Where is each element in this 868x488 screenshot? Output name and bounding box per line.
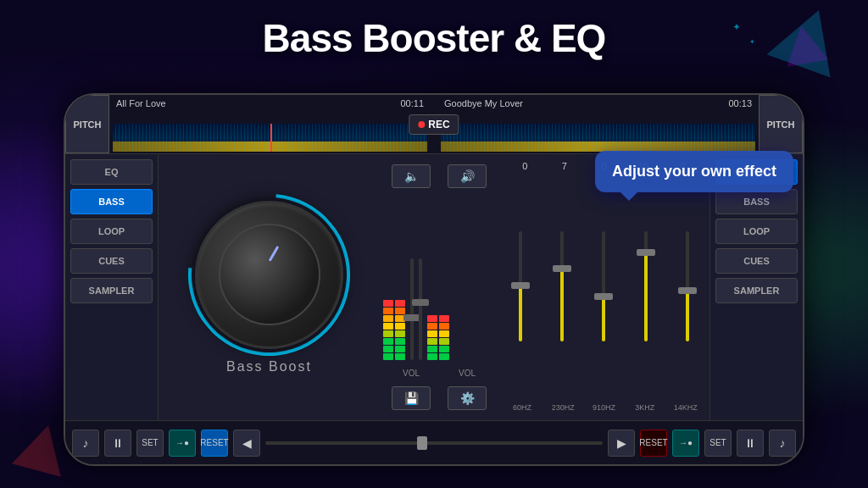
left-waveform-visual — [113, 124, 427, 152]
right-btn-cues[interactable]: CUES — [715, 248, 798, 274]
knob-container[interactable] — [195, 201, 343, 349]
eq-handle-60hz[interactable] — [511, 282, 530, 289]
eq-track-60hz — [519, 231, 522, 341]
vu-area: 🔈 🔊 — [380, 154, 498, 420]
vol-down-btn[interactable]: 🔈 — [392, 164, 431, 188]
vol-fader-right[interactable] — [419, 258, 422, 360]
waveform-right: Goodbye My Lover 00:13 — [437, 95, 759, 153]
transport-prev[interactable]: ◀ — [233, 430, 260, 457]
progress-handle[interactable] — [417, 436, 427, 450]
transport-arrow-rec-right[interactable]: →● — [672, 430, 699, 457]
vu-seg — [439, 323, 449, 330]
eq-val-1: 0 — [512, 161, 537, 171]
vu-seg — [395, 300, 405, 307]
left-panel: EQ BASS LOOP CUES SAMPLER — [65, 154, 159, 420]
vu-seg — [383, 323, 393, 330]
eq-track-3khz — [644, 231, 648, 341]
eq-handle-230hz[interactable] — [553, 265, 571, 272]
eq-slider-14khz[interactable] — [686, 231, 689, 341]
eq-slider-910hz[interactable] — [602, 231, 605, 341]
transport-arrow-rec-left[interactable]: →● — [169, 430, 196, 457]
knob-outer[interactable] — [195, 201, 343, 349]
left-btn-sampler[interactable]: SAMPLER — [70, 278, 153, 303]
rec-dot — [418, 121, 425, 128]
vol-label-right: VOL — [459, 369, 476, 378]
fader-track-right — [419, 258, 422, 360]
tooltip-bubble: Adjust your own effect — [595, 151, 793, 192]
vu-seg — [383, 346, 393, 352]
vu-seg — [427, 338, 437, 345]
knob-indicator — [268, 246, 279, 262]
transport-pause-right[interactable]: ⏸ — [737, 430, 764, 457]
right-btn-sampler[interactable]: SAMPLER — [715, 278, 798, 303]
eq-slider-3khz[interactable] — [644, 231, 648, 341]
eq-handle-14khz[interactable] — [678, 287, 697, 294]
left-btn-cues[interactable]: CUES — [70, 248, 153, 274]
vu-seg — [439, 330, 449, 337]
vu-seg — [395, 323, 405, 330]
vu-seg — [427, 323, 437, 330]
eq-fill-14khz — [686, 292, 689, 342]
knob-label: Bass Boost — [226, 359, 312, 374]
transport-next[interactable]: ▶ — [608, 430, 635, 457]
vol-fader-left[interactable] — [410, 258, 414, 360]
vu-icons: 🔈 🔊 — [383, 161, 495, 191]
right-track-time: 00:13 — [728, 98, 752, 108]
eq-fill-230hz — [560, 270, 564, 342]
vu-seg — [439, 353, 449, 360]
page-title: Bass Booster & EQ — [0, 15, 868, 61]
eq-track-14khz — [686, 231, 689, 341]
eq-handle-910hz[interactable] — [594, 293, 613, 300]
right-btn-loop[interactable]: LOOP — [715, 219, 798, 244]
eq-labels: 60HZ 230HZ 910HZ 3KHZ 14KHZ — [502, 402, 706, 413]
left-btn-loop[interactable]: LOOP — [70, 219, 153, 244]
fader-handle-left[interactable] — [403, 314, 420, 321]
main-content: EQ BASS LOOP CUES SAMPLER Bass Boost — [65, 154, 803, 420]
vu-bottom-icons: 💾 ⚙️ — [383, 383, 495, 413]
progress-track[interactable] — [265, 441, 603, 445]
eq-label-910hz: 910HZ — [587, 403, 620, 412]
right-panel: EQ BASS LOOP CUES SAMPLER — [709, 154, 803, 420]
eq-label-60hz: 60HZ — [505, 403, 539, 412]
right-btn-bass[interactable]: BASS — [715, 189, 798, 214]
vu-seg — [395, 346, 405, 352]
left-btn-bass[interactable]: BASS — [70, 189, 153, 214]
vu-seg — [383, 315, 393, 322]
phone-frame: PITCH All For Love 00:11 REC — [64, 93, 804, 466]
eq-slider-230hz[interactable] — [560, 231, 564, 341]
eq-slider-60hz[interactable] — [519, 231, 522, 341]
transport-music-left[interactable]: ♪ — [72, 430, 99, 457]
vu-seg — [383, 300, 393, 307]
vu-seg — [395, 308, 405, 314]
eq-fill-60hz — [519, 286, 522, 341]
left-btn-eq[interactable]: EQ — [70, 159, 153, 185]
eq-sliders — [502, 171, 706, 402]
transport-music-right[interactable]: ♪ — [769, 430, 796, 457]
eq-label-14khz: 14KHZ — [669, 403, 703, 412]
vu-seg — [439, 338, 449, 345]
fader-handle-right[interactable] — [412, 299, 429, 306]
transport-reset-left[interactable]: RESET — [201, 430, 228, 457]
rec-button[interactable]: REC — [409, 114, 459, 135]
settings-icon-btn[interactable]: ⚙️ — [448, 386, 487, 410]
vu-seg — [383, 330, 393, 337]
vu-seg — [395, 338, 405, 345]
transport-pause-left[interactable]: ⏸ — [104, 430, 131, 457]
transport-reset-right[interactable]: RESET — [640, 430, 667, 457]
eq-label-3khz: 3KHZ — [628, 403, 662, 412]
left-track-time: 00:11 — [400, 98, 424, 108]
vu-seg — [395, 330, 405, 337]
knob-area: Bass Boost — [159, 154, 380, 420]
vu-seg — [427, 353, 437, 360]
transport-bar: ♪ ⏸ SET →● RESET ◀ ▶ RESET →● SET ⏸ ♪ — [65, 420, 803, 464]
transport-set-left[interactable]: SET — [136, 430, 164, 457]
eq-handle-3khz[interactable] — [637, 249, 655, 256]
vol-up-btn[interactable]: 🔊 — [448, 164, 487, 188]
pitch-btn-right[interactable]: PITCH — [759, 95, 803, 153]
save-icon-btn[interactable]: 💾 — [392, 386, 431, 410]
pitch-btn-left[interactable]: PITCH — [65, 95, 109, 153]
left-playhead — [270, 124, 272, 152]
eq-val-2: 7 — [552, 161, 577, 171]
vu-seg — [383, 338, 393, 345]
transport-set-right[interactable]: SET — [704, 430, 732, 457]
